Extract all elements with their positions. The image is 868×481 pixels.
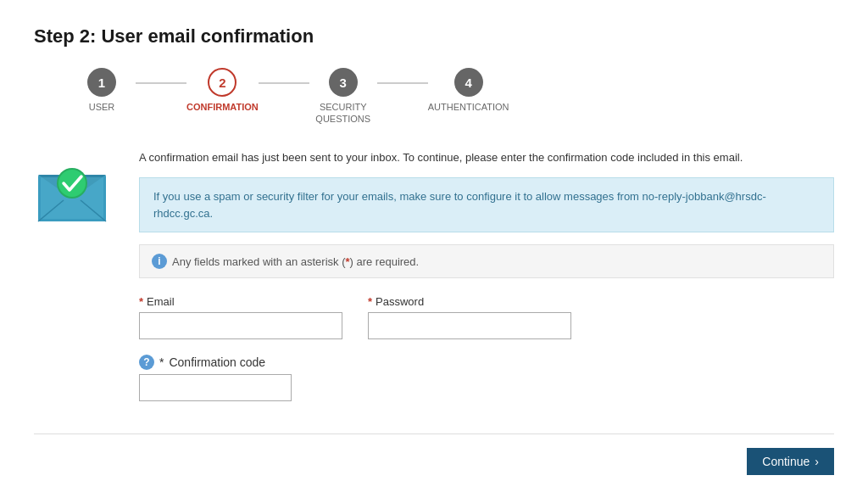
continue-label: Continue [762, 455, 810, 468]
step-divider-2 [259, 82, 309, 84]
form-section: A confirmation email has just been sent … [139, 149, 834, 419]
step-4-label: AUTHENTICATION [428, 101, 509, 113]
step-4-circle: 4 [454, 68, 483, 97]
step-2-circle: 2 [208, 68, 236, 97]
step-3-circle: 3 [329, 68, 358, 97]
stepper: 1 USER 2 CONFIRMATION 3 SECURITY QUESTIO… [68, 68, 834, 126]
blue-notice: If you use a spam or security filter for… [139, 177, 834, 232]
email-input[interactable] [139, 312, 342, 339]
footer-bar: Continue › [34, 433, 834, 475]
step-2-label: CONFIRMATION [186, 101, 259, 113]
password-label: * Password [368, 295, 571, 308]
password-required-star: * [368, 295, 372, 308]
email-label: * Email [139, 295, 342, 308]
step-3-label: SECURITY QUESTIONS [315, 101, 370, 126]
conf-code-input[interactable] [139, 374, 292, 401]
page-title: Step 2: User email confirmation [34, 25, 834, 48]
asterisk-symbol: * [345, 255, 349, 268]
required-notice: i Any fields marked with an asterisk (*)… [139, 244, 834, 278]
content-area: A confirmation email has just been sent … [34, 149, 834, 419]
email-icon-wrapper [34, 149, 119, 419]
step-divider-3 [377, 82, 428, 84]
required-notice-text: Any fields marked with an asterisk (*) a… [172, 255, 419, 268]
conf-label-text: Confirmation code [169, 355, 265, 369]
continue-arrow-icon: › [815, 455, 819, 468]
conf-label-row: ? * Confirmation code [139, 355, 834, 370]
conf-code-group: ? * Confirmation code [139, 355, 834, 401]
email-required-star: * [139, 295, 143, 308]
fields-row: * Email * Password [139, 295, 834, 339]
step-1-label: USER [89, 101, 115, 113]
step-3: 3 SECURITY QUESTIONS [309, 68, 377, 126]
email-field-group: * Email [139, 295, 342, 339]
envelope-icon [34, 158, 110, 226]
password-field-group: * Password [368, 295, 571, 339]
step-1: 1 USER [68, 68, 136, 113]
step-2: 2 CONFIRMATION [186, 68, 259, 113]
help-icon[interactable]: ? [139, 355, 154, 370]
step-1-circle: 1 [87, 68, 116, 97]
info-text: A confirmation email has just been sent … [139, 149, 834, 166]
info-icon: i [152, 254, 167, 269]
step-4: 4 AUTHENTICATION [428, 68, 509, 113]
step-divider-1 [136, 82, 186, 84]
conf-required-star: * [159, 355, 164, 369]
password-input[interactable] [368, 312, 571, 339]
continue-button[interactable]: Continue › [747, 448, 834, 475]
